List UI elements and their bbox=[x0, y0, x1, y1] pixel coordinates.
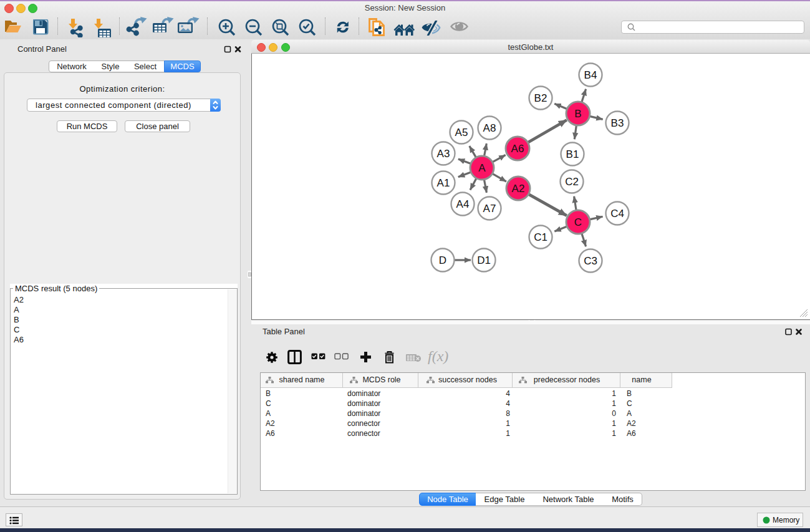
svg-text:A4: A4 bbox=[456, 198, 470, 210]
svg-text:A8: A8 bbox=[483, 122, 496, 134]
svg-text:A: A bbox=[478, 162, 486, 174]
svg-text:C1: C1 bbox=[534, 231, 547, 243]
svg-text:B2: B2 bbox=[534, 92, 547, 104]
svg-text:B1: B1 bbox=[566, 148, 579, 160]
svg-text:B4: B4 bbox=[584, 69, 597, 81]
svg-text:D: D bbox=[439, 254, 446, 266]
svg-text:A1: A1 bbox=[437, 177, 450, 189]
svg-text:C3: C3 bbox=[584, 255, 597, 267]
svg-text:A6: A6 bbox=[511, 143, 524, 155]
svg-text:A3: A3 bbox=[437, 148, 450, 160]
svg-text:C2: C2 bbox=[565, 176, 579, 188]
svg-text:B: B bbox=[574, 108, 581, 120]
svg-text:A7: A7 bbox=[483, 203, 496, 215]
svg-text:D1: D1 bbox=[477, 254, 491, 266]
svg-text:C: C bbox=[574, 216, 582, 228]
svg-text:A5: A5 bbox=[455, 127, 468, 138]
svg-text:A2: A2 bbox=[512, 183, 525, 195]
svg-text:B3: B3 bbox=[611, 117, 624, 129]
svg-text:C4: C4 bbox=[610, 208, 624, 220]
